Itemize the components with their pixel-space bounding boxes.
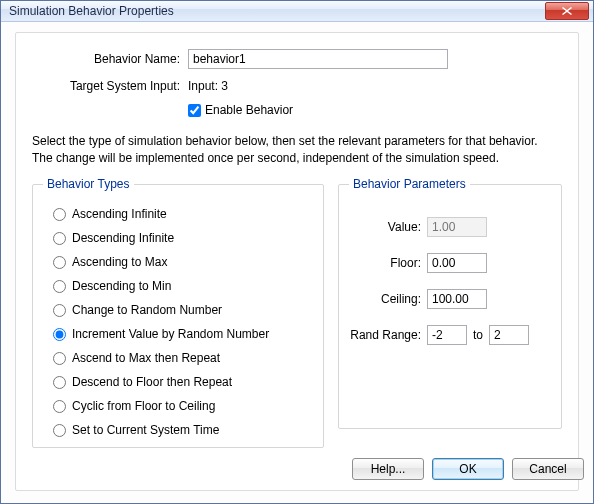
inner-frame: Behavior Name: Target System Input: Inpu…	[15, 32, 579, 491]
behavior-types-group: Behavior Types Ascending InfiniteDescend…	[32, 177, 324, 448]
param-row-floor: Floor:	[349, 253, 551, 273]
behavior-type-label: Ascending to Max	[72, 255, 167, 269]
behavior-type-option[interactable]: Increment Value by Random Number	[53, 327, 311, 341]
behavior-type-radio[interactable]	[53, 208, 66, 221]
help-button[interactable]: Help...	[352, 458, 424, 480]
rand-to-label: to	[467, 328, 489, 342]
rand-from-input[interactable]	[427, 325, 467, 345]
enable-behavior-input[interactable]	[188, 104, 201, 117]
window-title: Simulation Behavior Properties	[9, 4, 545, 18]
dialog-window: Simulation Behavior Properties Behavior …	[0, 0, 594, 504]
behavior-type-label: Change to Random Number	[72, 303, 222, 317]
columns: Behavior Types Ascending InfiniteDescend…	[32, 177, 562, 448]
row-enable: Enable Behavior	[32, 103, 562, 117]
behavior-type-option[interactable]: Ascending Infinite	[53, 207, 311, 221]
behavior-type-option[interactable]: Cyclic from Floor to Ceiling	[53, 399, 311, 413]
behavior-type-radio[interactable]	[53, 304, 66, 317]
value-input	[427, 217, 487, 237]
behavior-type-radio[interactable]	[53, 352, 66, 365]
enable-behavior-checkbox[interactable]: Enable Behavior	[188, 103, 293, 117]
floor-input[interactable]	[427, 253, 487, 273]
behavior-type-label: Descending Infinite	[72, 231, 174, 245]
behavior-types-options: Ascending InfiniteDescending InfiniteAsc…	[43, 201, 313, 439]
titlebar: Simulation Behavior Properties	[1, 1, 593, 22]
behavior-type-label: Cyclic from Floor to Ceiling	[72, 399, 215, 413]
behavior-type-label: Set to Current System Time	[72, 423, 219, 437]
ceiling-label: Ceiling:	[349, 292, 427, 306]
behavior-type-radio[interactable]	[53, 328, 66, 341]
row-target-input: Target System Input: Input: 3	[32, 79, 562, 93]
close-button[interactable]	[545, 2, 589, 20]
behavior-type-label: Descend to Floor then Repeat	[72, 375, 232, 389]
target-system-value: Input: 3	[188, 79, 228, 93]
behavior-type-option[interactable]: Change to Random Number	[53, 303, 311, 317]
behavior-params-group: Behavior Parameters Value: Floor: Ceilin…	[338, 177, 562, 429]
rand-to-input[interactable]	[489, 325, 529, 345]
content-area: Behavior Name: Target System Input: Inpu…	[1, 22, 593, 503]
target-system-label: Target System Input:	[32, 79, 188, 93]
description-text: Select the type of simulation behavior b…	[32, 133, 562, 167]
behavior-name-label: Behavior Name:	[32, 52, 188, 66]
behavior-type-option[interactable]: Descend to Floor then Repeat	[53, 375, 311, 389]
ceiling-input[interactable]	[427, 289, 487, 309]
behavior-type-label: Increment Value by Random Number	[72, 327, 269, 341]
rand-range-label: Rand Range:	[349, 328, 427, 342]
button-row: Help... OK Cancel	[352, 448, 562, 480]
behavior-type-label: Ascending Infinite	[72, 207, 167, 221]
behavior-type-radio[interactable]	[53, 400, 66, 413]
param-row-rand: Rand Range: to	[349, 325, 551, 345]
behavior-type-option[interactable]: Descending Infinite	[53, 231, 311, 245]
behavior-type-radio[interactable]	[53, 280, 66, 293]
behavior-type-radio[interactable]	[53, 376, 66, 389]
behavior-name-input[interactable]	[188, 49, 448, 69]
behavior-type-label: Descending to Min	[72, 279, 171, 293]
behavior-type-option[interactable]: Set to Current System Time	[53, 423, 311, 437]
close-icon	[562, 7, 572, 15]
behavior-type-radio[interactable]	[53, 232, 66, 245]
behavior-type-option[interactable]: Ascending to Max	[53, 255, 311, 269]
cancel-button[interactable]: Cancel	[512, 458, 584, 480]
behavior-type-option[interactable]: Ascend to Max then Repeat	[53, 351, 311, 365]
behavior-types-legend: Behavior Types	[43, 177, 134, 191]
value-label: Value:	[349, 220, 427, 234]
row-behavior-name: Behavior Name:	[32, 49, 562, 69]
behavior-type-label: Ascend to Max then Repeat	[72, 351, 220, 365]
param-row-ceiling: Ceiling:	[349, 289, 551, 309]
behavior-params-legend: Behavior Parameters	[349, 177, 470, 191]
enable-behavior-label: Enable Behavior	[205, 103, 293, 117]
ok-button[interactable]: OK	[432, 458, 504, 480]
behavior-type-radio[interactable]	[53, 424, 66, 437]
behavior-type-radio[interactable]	[53, 256, 66, 269]
behavior-type-option[interactable]: Descending to Min	[53, 279, 311, 293]
floor-label: Floor:	[349, 256, 427, 270]
param-row-value: Value:	[349, 217, 551, 237]
